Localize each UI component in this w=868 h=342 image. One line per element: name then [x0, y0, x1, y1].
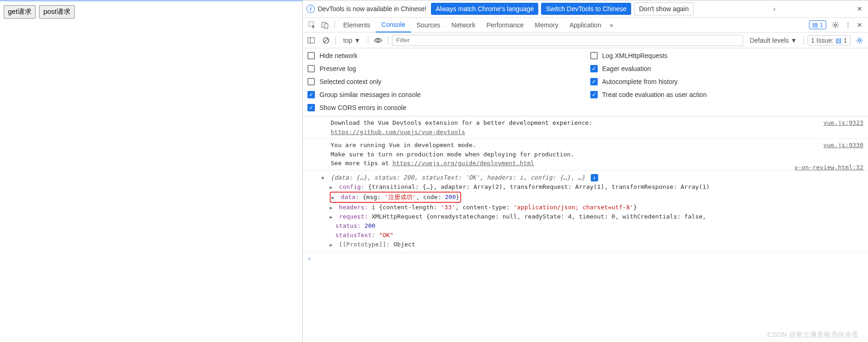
tab-application[interactable]: Application	[564, 18, 607, 32]
tab-network[interactable]: Network	[446, 18, 481, 32]
separator	[335, 36, 336, 45]
number-value: 200	[365, 222, 375, 229]
setting-group-similar[interactable]: ✓Group similar messages in console	[307, 91, 581, 98]
tab-console[interactable]: Console	[376, 18, 411, 32]
info-icon[interactable]: i	[591, 174, 598, 181]
setting-selected-context[interactable]: Selected context only	[307, 78, 581, 85]
tab-sources[interactable]: Sources	[411, 18, 446, 32]
checkbox[interactable]	[590, 52, 598, 59]
log-levels-label: Default levels	[750, 37, 789, 44]
always-match-language-button[interactable]: Always match Chrome's language	[431, 3, 538, 15]
expand-triangle-right-icon[interactable]: ▶	[330, 213, 334, 221]
kebab-menu-icon[interactable]: ⋮	[842, 19, 854, 32]
sidebar-toggle-icon[interactable]	[306, 35, 317, 46]
setting-label: Hide network	[320, 52, 358, 59]
property-value: Object	[393, 241, 415, 248]
device-toolbar-icon[interactable]	[319, 19, 332, 32]
object-property-row[interactable]: ▶ headers: i {content-length: '33', cont…	[321, 203, 864, 212]
object-property-row[interactable]: ▶ [[Prototype]]: Object	[321, 240, 864, 249]
expand-triangle-right-icon[interactable]: ▶	[330, 184, 334, 191]
object-property-row[interactable]: ▶ config: {transitional: {…}, adapter: A…	[321, 182, 864, 192]
issues-count: 1	[820, 22, 823, 28]
checkbox[interactable]	[307, 65, 315, 72]
chevron-down-icon: ▼	[790, 37, 797, 44]
separator	[803, 36, 804, 45]
object-summary: {data: {…}, status: 200, statusText: 'OK…	[331, 174, 585, 181]
inspect-element-icon[interactable]	[306, 19, 319, 32]
get-request-button[interactable]: get请求	[4, 5, 36, 19]
switch-language-button[interactable]: Switch DevTools to Chinese	[541, 3, 631, 15]
object-property-row-data[interactable]: ▶ data: {msg: '注册成功', code: 200}	[321, 192, 864, 203]
log-link[interactable]: https://github.com/vuejs/vue-devtools	[331, 129, 465, 136]
setting-autocomplete-history[interactable]: ✓Autocomplete from history	[590, 78, 864, 85]
property-key: request:	[339, 213, 372, 220]
webpage-pane: get请求 post请求	[0, 0, 303, 342]
brace: }	[456, 194, 460, 200]
setting-show-cors[interactable]: ✓Show CORS errors in console	[307, 104, 581, 111]
svg-rect-2	[325, 24, 328, 28]
console-settings-gear-icon[interactable]	[854, 35, 865, 46]
settings-gear-icon[interactable]	[829, 19, 842, 32]
issues-label: 1 Issue:	[811, 37, 834, 44]
tab-performance[interactable]: Performance	[481, 18, 529, 32]
highlighted-data-row: ▶ data: {msg: '注册成功', code: 200}	[330, 192, 461, 203]
banner-overflow-icon[interactable]: ›	[771, 5, 777, 13]
chevron-down-icon: ▼	[354, 37, 360, 44]
svg-line-7	[324, 39, 328, 42]
language-banner-text: DevTools is now available in Chinese!	[318, 5, 426, 13]
checkbox[interactable]: ✓	[590, 65, 598, 72]
separator	[388, 36, 388, 45]
checkbox[interactable]: ✓	[590, 78, 598, 85]
post-request-button[interactable]: post请求	[39, 5, 74, 19]
context-selector[interactable]: top ▼	[339, 35, 364, 45]
checkbox[interactable]: ✓	[307, 104, 315, 111]
object-property-row[interactable]: ▶ request: XMLHttpRequest {onreadystatec…	[321, 212, 864, 221]
sep: , code:	[416, 194, 445, 200]
svg-point-8	[377, 39, 379, 41]
expand-triangle-down-icon[interactable]: ▼	[321, 174, 326, 182]
setting-log-xhr[interactable]: Log XMLHttpRequests	[590, 52, 864, 59]
live-expression-eye-icon[interactable]	[372, 35, 384, 45]
clear-console-icon[interactable]	[320, 35, 332, 46]
log-link[interactable]: https://vuejs.org/guide/deployment.html	[392, 160, 534, 167]
checkbox[interactable]	[307, 52, 315, 59]
setting-preserve-log[interactable]: Preserve log	[307, 65, 581, 72]
checkbox[interactable]: ✓	[307, 91, 315, 98]
setting-label: Selected context only	[320, 78, 381, 85]
object-summary-row[interactable]: ▼ {data: {…}, status: 200, statusText: '…	[321, 173, 864, 182]
log-levels-selector[interactable]: Default levels ▼	[747, 35, 800, 45]
setting-hide-network[interactable]: Hide network	[307, 52, 581, 59]
brace: {msg:	[363, 194, 385, 200]
string-value: '注册成功'	[385, 194, 416, 200]
console-log-entry: vue.js:9330 You are running Vue in devel…	[303, 139, 868, 170]
number-value: 200	[445, 194, 456, 200]
setting-treat-eval-user-action[interactable]: ✓Treat code evaluation as user action	[590, 91, 864, 98]
issues-counter[interactable]: 1 Issue: ▤ 1	[808, 35, 850, 45]
object-property-row: status: 200	[321, 221, 864, 231]
checkbox[interactable]: ✓	[590, 91, 598, 98]
property-value: {transitional: {…}, adapter: Array(2), t…	[368, 183, 710, 190]
checkbox[interactable]	[307, 78, 315, 85]
tab-memory[interactable]: Memory	[529, 18, 564, 32]
setting-label: Treat code evaluation as user action	[602, 91, 707, 98]
message-icon: ▤	[835, 37, 842, 44]
property-key: statusText:	[335, 232, 379, 239]
tab-elements[interactable]: Elements	[338, 18, 376, 32]
console-prompt[interactable]: ›	[303, 253, 868, 264]
setting-eager-evaluation[interactable]: ✓Eager evaluation	[590, 65, 864, 72]
close-devtools-icon[interactable]: ✕	[854, 19, 865, 32]
log-source-link[interactable]: vue.js:9323	[823, 118, 863, 128]
filter-input[interactable]	[392, 35, 743, 46]
issues-badge[interactable]: ▤ 1	[809, 20, 826, 29]
log-source-link[interactable]: v-on-review.html:32	[794, 163, 863, 172]
expand-triangle-right-icon[interactable]: ▶	[330, 241, 334, 249]
console-filter-bar: top ▼ Default levels ▼ 1 Issue: ▤ 1	[303, 32, 868, 48]
string-value: 'application/json; charset=utf-8'	[514, 204, 633, 211]
expand-triangle-right-icon[interactable]: ▶	[330, 204, 334, 212]
tabs-overflow-icon[interactable]: »	[607, 19, 616, 32]
expand-triangle-right-icon[interactable]: ▶	[332, 194, 336, 201]
string-value: '33'	[441, 204, 455, 211]
log-source-link[interactable]: vue.js:9330	[823, 141, 863, 150]
dont-show-again-button[interactable]: Don't show again	[634, 2, 694, 15]
close-banner-icon[interactable]: ✕	[855, 5, 864, 13]
